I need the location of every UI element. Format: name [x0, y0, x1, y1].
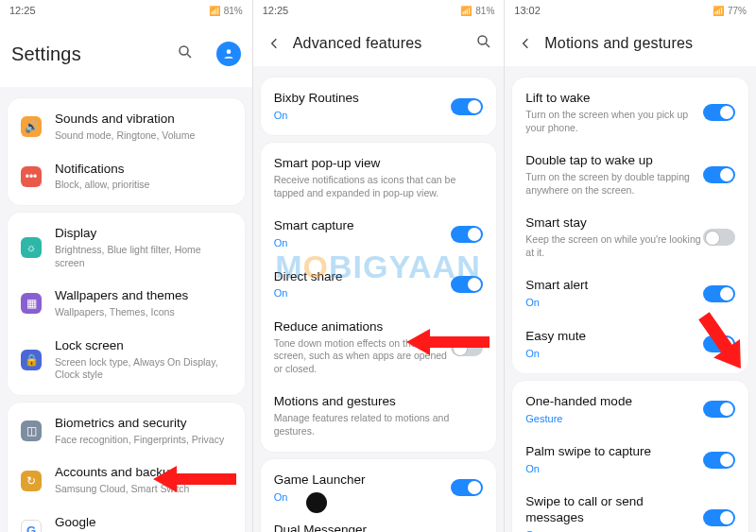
settings-group: One-handed modeGesturePalm swipe to capt…: [512, 381, 748, 532]
settings-group: Game LauncherOnDual MessengerUse two sep…: [261, 459, 497, 532]
back-button[interactable]: [265, 33, 285, 54]
item-title: Palm swipe to capture: [525, 444, 703, 460]
search-icon[interactable]: [475, 33, 492, 54]
page-indicator-dot: [306, 492, 327, 513]
item-subtitle: Keep the screen on while you're looking …: [525, 233, 703, 259]
battery-pct: 81%: [224, 6, 243, 16]
item-title: Display: [55, 226, 232, 242]
toggle-share[interactable]: [451, 276, 483, 293]
advanced-item-popup[interactable]: Smart pop-up viewReceive notifications a…: [261, 146, 497, 209]
advanced-item-capture[interactable]: Smart captureOn: [261, 209, 497, 259]
item-on-label: On: [274, 109, 452, 122]
item-title: Easy mute: [525, 329, 703, 345]
advanced-item-dual[interactable]: Dual MessengerUse two separate accounts …: [261, 513, 497, 532]
toggle-lift[interactable]: [703, 104, 735, 121]
status-right: 📶 77%: [713, 6, 747, 16]
settings-item-display[interactable]: ☼DisplayBrightness, Blue light filter, H…: [8, 216, 245, 279]
settings-item-google[interactable]: GGoogleGoogle settings: [8, 506, 245, 532]
svg-line-1: [187, 54, 191, 58]
toggle-game[interactable]: [451, 479, 483, 496]
signal-icon: 📶: [713, 6, 724, 16]
battery-pct: 77%: [728, 6, 747, 16]
item-subtitle: Turn on the screen when you pick up your…: [525, 109, 703, 134]
advanced-item-game[interactable]: Game LauncherOn: [261, 463, 497, 513]
advanced-item-reduce[interactable]: Reduce animationsTone down motion effect…: [261, 310, 497, 386]
status-right: 📶 81%: [460, 6, 494, 16]
accounts-icon: ↻: [21, 471, 42, 491]
gestures-item-stay[interactable]: Smart stayKeep the screen on while you'r…: [512, 206, 748, 268]
toggle-stay[interactable]: [703, 229, 735, 246]
item-on-label: On: [525, 528, 703, 532]
advanced-item-motions[interactable]: Motions and gesturesManage features rela…: [261, 385, 497, 447]
item-title: Reduce animations: [274, 319, 452, 335]
item-subtitle: Turn on the screen by double tapping any…: [525, 171, 703, 197]
biometrics-icon: ◫: [21, 420, 42, 441]
toggle-dtap[interactable]: [703, 166, 735, 183]
page-title: Motions and gestures: [544, 35, 693, 52]
header: Advanced features: [253, 21, 505, 66]
back-button[interactable]: [516, 33, 537, 54]
item-subtitle: Manage features related to motions and g…: [274, 412, 484, 438]
gestures-item-onehand[interactable]: One-handed modeGesture: [512, 385, 748, 435]
notifications-icon: •••: [21, 166, 42, 187]
advanced-item-bixby[interactable]: Bixby RoutinesOn: [261, 81, 497, 131]
item-title: Lift to wake: [525, 91, 703, 107]
battery-pct: 81%: [475, 6, 494, 16]
item-title: Notifications: [55, 162, 232, 178]
status-bar: 13:02 📶 77%: [505, 0, 756, 21]
settings-item-biometrics[interactable]: ◫Biometrics and securityFace recognition…: [8, 406, 245, 456]
status-right: 📶 81%: [209, 6, 243, 16]
gestures-item-dtap[interactable]: Double tap to wake upTurn on the screen …: [512, 144, 748, 206]
settings-item-lock[interactable]: 🔒Lock screenScreen lock type, Always On …: [8, 329, 245, 391]
settings-item-wallpapers[interactable]: ▦Wallpapers and themesWallpapers, Themes…: [8, 279, 245, 329]
advanced-item-share[interactable]: Direct shareOn: [261, 260, 497, 310]
item-on-label: On: [274, 236, 452, 249]
item-title: Double tap to wake up: [525, 153, 703, 169]
item-on-label: On: [274, 490, 452, 504]
toggle-alert[interactable]: [703, 285, 735, 302]
phone-advanced-features: 12:25 📶 81% Advanced features Bixby Rout…: [252, 0, 505, 532]
item-on-label: On: [525, 347, 703, 360]
svg-line-4: [487, 43, 490, 47]
item-subtitle: Brightness, Blue light filter, Home scre…: [55, 244, 232, 269]
gestures-item-palm[interactable]: Palm swipe to captureOn: [512, 435, 748, 485]
item-title: Lock screen: [55, 338, 232, 354]
settings-item-sounds[interactable]: 🔊Sounds and vibrationSound mode, Rington…: [8, 102, 245, 152]
item-title: Smart capture: [274, 218, 452, 234]
item-subtitle: Wallpapers, Themes, Icons: [55, 306, 232, 319]
toggle-swipe[interactable]: [703, 509, 735, 526]
item-title: One-handed mode: [525, 394, 703, 410]
toggle-mute[interactable]: [703, 335, 735, 352]
gestures-item-swipe[interactable]: Swipe to call or send messagesOn: [512, 485, 748, 532]
wallpapers-icon: ▦: [21, 293, 42, 314]
toggle-palm[interactable]: [703, 452, 735, 469]
item-subtitle: Samsung Cloud, Smart Switch: [55, 483, 232, 496]
gestures-item-alert[interactable]: Smart alertOn: [512, 268, 748, 318]
item-subtitle: Screen lock type, Always On Display, Clo…: [55, 356, 232, 382]
header: Settings: [0, 21, 252, 87]
item-title: Game Launcher: [274, 472, 452, 489]
account-avatar[interactable]: [216, 42, 241, 66]
phone-settings: 12:25 📶 81% Settings 🔊Sounds and vibrati…: [0, 0, 252, 532]
item-title: Dual Messenger: [274, 523, 484, 532]
toggle-reduce[interactable]: [451, 339, 483, 356]
item-title: Swipe to call or send messages: [525, 494, 703, 526]
status-time: 12:25: [263, 5, 289, 16]
search-icon[interactable]: [177, 43, 194, 64]
settings-group: Smart pop-up viewReceive notifications a…: [261, 143, 497, 451]
gestures-item-lift[interactable]: Lift to wakeTurn on the screen when you …: [512, 81, 748, 144]
toggle-bixby[interactable]: [451, 98, 483, 115]
svg-point-2: [226, 49, 231, 54]
settings-item-notifications[interactable]: •••NotificationsBlock, allow, prioritise: [8, 152, 245, 202]
toggle-onehand[interactable]: [703, 401, 735, 418]
settings-item-accounts[interactable]: ↻Accounts and backupSamsung Cloud, Smart…: [8, 455, 245, 506]
item-on-label: On: [274, 286, 452, 300]
header: Motions and gestures: [505, 21, 756, 66]
settings-group: 🔊Sounds and vibrationSound mode, Rington…: [8, 98, 245, 205]
toggle-capture[interactable]: [451, 226, 483, 243]
item-title: Motions and gestures: [274, 394, 484, 410]
svg-point-0: [180, 46, 188, 55]
gestures-item-mute[interactable]: Easy muteOn: [512, 319, 748, 369]
settings-group: ☼DisplayBrightness, Blue light filter, H…: [8, 213, 245, 395]
advanced-list: Bixby RoutinesOnSmart pop-up viewReceive…: [253, 66, 505, 532]
